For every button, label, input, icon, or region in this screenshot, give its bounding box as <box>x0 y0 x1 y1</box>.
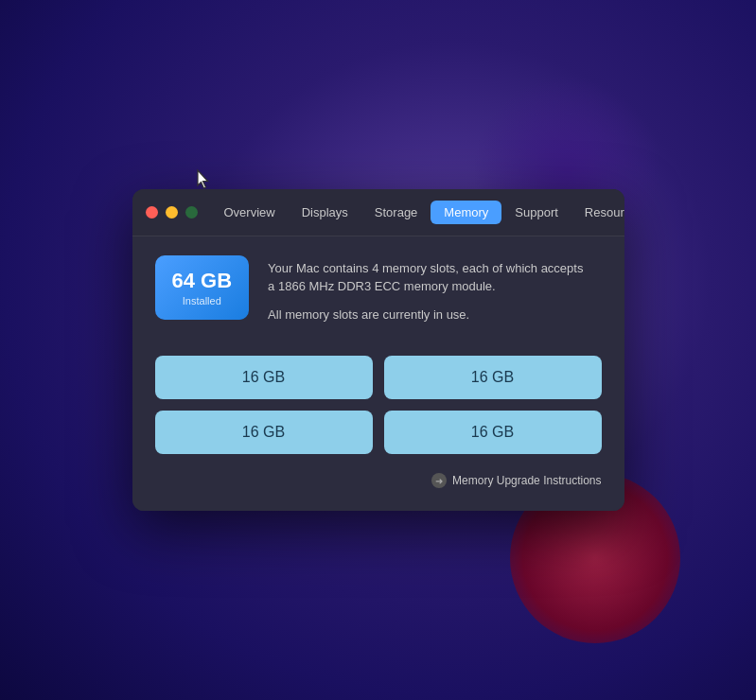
tab-memory[interactable]: Memory <box>431 201 501 224</box>
tab-resources[interactable]: Resources <box>571 201 624 224</box>
description-line3: All memory slots are currently in use. <box>268 306 583 324</box>
memory-slot-4: 16 GB <box>384 411 602 454</box>
upgrade-link[interactable]: ➜ Memory Upgrade Instructions <box>431 473 601 488</box>
installed-badge: 64 GB Installed <box>155 255 250 320</box>
memory-footer: ➜ Memory Upgrade Instructions <box>155 473 602 488</box>
memory-content: 64 GB Installed Your Mac contains 4 memo… <box>132 236 624 512</box>
installed-label: Installed <box>172 295 233 306</box>
system-info-window: Overview Displays Storage Memory Support… <box>132 189 624 512</box>
memory-description: Your Mac contains 4 memory slots, each o… <box>268 255 583 334</box>
memory-amount: 64 GB <box>172 269 233 293</box>
title-bar: Overview Displays Storage Memory Support… <box>132 189 624 236</box>
memory-slot-1: 16 GB <box>155 356 373 399</box>
minimize-button[interactable] <box>166 206 178 219</box>
cursor-pointer <box>194 168 213 191</box>
tab-displays[interactable]: Displays <box>289 201 361 224</box>
tab-bar: Overview Displays Storage Memory Support… <box>211 201 624 224</box>
link-icon: ➜ <box>431 473 447 488</box>
upgrade-link-label: Memory Upgrade Instructions <box>452 474 601 487</box>
maximize-button[interactable] <box>185 206 198 219</box>
memory-slots-grid: 16 GB 16 GB 16 GB 16 GB <box>155 356 602 454</box>
tab-support[interactable]: Support <box>501 201 571 224</box>
window-controls <box>146 206 198 219</box>
description-line1: Your Mac contains 4 memory slots, each o… <box>268 259 583 296</box>
memory-slot-2: 16 GB <box>384 356 602 399</box>
tab-overview[interactable]: Overview <box>211 201 289 224</box>
tab-storage[interactable]: Storage <box>361 201 431 224</box>
memory-summary: 64 GB Installed Your Mac contains 4 memo… <box>155 255 602 334</box>
memory-slot-3: 16 GB <box>155 411 373 454</box>
close-button[interactable] <box>146 206 158 219</box>
